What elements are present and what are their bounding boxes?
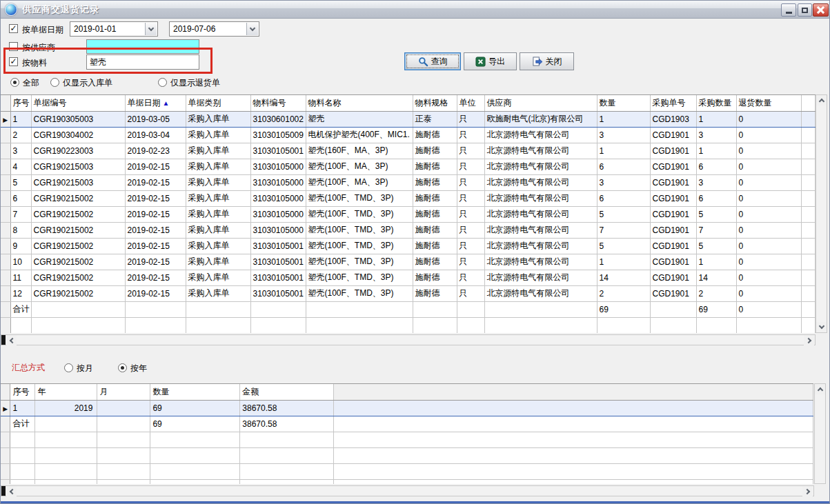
cell[interactable]: 1 xyxy=(10,400,35,416)
column-header-po-qty[interactable]: 采购数量 xyxy=(696,95,736,111)
cell[interactable]: 2019-02-23 xyxy=(125,143,186,159)
cell[interactable]: 1 xyxy=(597,254,650,270)
cell[interactable]: CGD1901 xyxy=(650,238,696,254)
column-header-doc-date[interactable]: 单据日期▲ xyxy=(125,95,186,111)
column-header-material-spec[interactable]: 物料规格 xyxy=(413,95,457,111)
cell[interactable]: 10 xyxy=(10,254,31,270)
cell[interactable]: 只 xyxy=(457,111,484,127)
cell[interactable]: 31030105000 xyxy=(250,159,306,174)
cell[interactable]: 采购入库单 xyxy=(186,285,250,301)
cell[interactable]: 0 xyxy=(736,159,801,174)
cell[interactable]: CGR190215002 xyxy=(31,238,125,254)
cell[interactable]: 2 xyxy=(696,285,736,301)
table-row[interactable]: ▶ 10CGR190215002 2019-02-15采购入库单 3103010… xyxy=(1,254,815,270)
cell[interactable]: 0 xyxy=(736,222,801,238)
table-row[interactable]: ▶ 7CGR190215002 2019-02-15采购入库单 31030105… xyxy=(1,206,815,222)
cell[interactable]: 采购入库单 xyxy=(186,174,250,190)
cell[interactable]: 6 xyxy=(696,190,736,206)
cell[interactable]: CGD1901 xyxy=(650,270,696,285)
column-header-year[interactable]: 年 xyxy=(35,384,97,400)
cell[interactable]: CGR190215002 xyxy=(31,206,125,222)
splitter-handle[interactable] xyxy=(1,486,6,496)
cell[interactable]: CGD1901 xyxy=(650,254,696,270)
cell[interactable]: 2 xyxy=(597,285,650,301)
radio-by-year[interactable] xyxy=(118,363,127,372)
cell[interactable]: 0 xyxy=(736,111,801,127)
cell[interactable]: 2019-02-15 xyxy=(125,254,186,270)
cell[interactable]: 6 xyxy=(597,190,650,206)
cell[interactable]: 北京源特电气有限公司 xyxy=(484,174,597,190)
cell[interactable]: 69 xyxy=(150,400,240,416)
date-from-combobox[interactable]: 2019-01-01 xyxy=(70,21,158,37)
cell[interactable]: 3 xyxy=(10,143,31,159)
cell[interactable]: 北京源特电气有限公司 xyxy=(484,143,597,159)
cell[interactable]: 1 xyxy=(597,111,650,127)
main-grid-vscrollbar[interactable] xyxy=(816,94,827,333)
dropdown-button[interactable] xyxy=(145,23,157,35)
cell[interactable]: 2019-02-15 xyxy=(125,174,186,190)
cell[interactable]: 北京源特电气有限公司 xyxy=(484,206,597,222)
cell[interactable]: 3 xyxy=(696,127,736,143)
cell[interactable]: 3 xyxy=(597,127,650,143)
cell[interactable]: 北京源特电气有限公司 xyxy=(484,270,597,285)
cell[interactable]: 只 xyxy=(457,206,484,222)
cell[interactable]: CGD1901 xyxy=(650,222,696,238)
cell[interactable]: 塑壳(100F、TMD、3P) xyxy=(306,270,413,285)
cell[interactable]: 2019 xyxy=(35,400,97,416)
cell[interactable]: 6 xyxy=(597,159,650,174)
cell[interactable]: CGR190215002 xyxy=(31,254,125,270)
cell[interactable]: 塑壳(100F、TMD、3P) xyxy=(306,190,413,206)
cell[interactable]: 施耐德 xyxy=(413,270,457,285)
cell[interactable]: 8 xyxy=(10,222,31,238)
material-input[interactable] xyxy=(86,54,199,70)
cell[interactable]: CGD1901 xyxy=(650,127,696,143)
cell[interactable]: 5 xyxy=(10,174,31,190)
cell[interactable]: 14 xyxy=(696,270,736,285)
title-bar[interactable]: 供应商交退货记录 xyxy=(1,1,830,19)
cell[interactable]: 塑壳(100F、TMD、3P) xyxy=(306,206,413,222)
table-row[interactable]: ▶ 12CGR190215002 2019-02-15采购入库单 3103010… xyxy=(1,285,815,301)
cell[interactable]: CGD1903 xyxy=(650,111,696,127)
supplier-filter-checkbox[interactable] xyxy=(9,42,18,51)
radio-inbound-only[interactable] xyxy=(50,78,59,87)
column-header-unit[interactable]: 单位 xyxy=(457,95,484,111)
cell[interactable]: 11 xyxy=(10,270,31,285)
cell[interactable]: 2019-03-04 xyxy=(125,127,186,143)
cell[interactable]: 只 xyxy=(457,222,484,238)
cell[interactable]: 0 xyxy=(736,143,801,159)
cell[interactable]: 31030105001 xyxy=(250,270,306,285)
radio-all[interactable] xyxy=(10,78,19,87)
column-header-month[interactable]: 月 xyxy=(97,384,150,400)
cell[interactable]: 31030105000 xyxy=(250,222,306,238)
scroll-right-button[interactable] xyxy=(802,486,813,496)
cell[interactable]: CGR190304002 xyxy=(31,127,125,143)
cell[interactable]: 采购入库单 xyxy=(186,238,250,254)
cell[interactable]: CGR190223003 xyxy=(31,143,125,159)
cell[interactable]: 38670.58 xyxy=(240,400,334,416)
date-filter-checkbox[interactable]: ✓ xyxy=(9,24,18,33)
table-row[interactable]: ▶ 12019 69 38670.58 xyxy=(1,400,813,416)
cell[interactable]: 2019-02-15 xyxy=(125,285,186,301)
column-header-supplier[interactable]: 供应商 xyxy=(484,95,597,111)
cell[interactable]: 6 xyxy=(696,159,736,174)
cell[interactable]: 0 xyxy=(736,254,801,270)
cell[interactable]: 塑壳(100F、MA、3P) xyxy=(306,159,413,174)
cell[interactable]: CGR190215003 xyxy=(31,174,125,190)
cell[interactable]: 只 xyxy=(457,174,484,190)
cell[interactable]: 采购入库单 xyxy=(186,254,250,270)
cell[interactable]: 31030105001 xyxy=(250,143,306,159)
cell[interactable]: 3 xyxy=(696,174,736,190)
cell[interactable]: 1 xyxy=(696,143,736,159)
table-row[interactable]: ▶ 9CGR190215002 2019-02-15采购入库单 31030105… xyxy=(1,238,815,254)
cell[interactable]: 塑壳(100F、TMD、3P) xyxy=(306,238,413,254)
scroll-up-button[interactable] xyxy=(815,384,825,394)
column-header-qty[interactable]: 数量 xyxy=(597,95,650,111)
table-row[interactable]: ▶ 1CGR190305003 2019-03-05采购入库单 31030601… xyxy=(1,111,815,127)
cell[interactable]: CGR190215003 xyxy=(31,159,125,174)
table-row[interactable]: ▶ 4CGR190215003 2019-02-15采购入库单 31030105… xyxy=(1,159,815,174)
cell[interactable]: 2019-02-15 xyxy=(125,238,186,254)
cell[interactable]: 北京源特电气有限公司 xyxy=(484,238,597,254)
column-header-material-no[interactable]: 物料编号 xyxy=(250,95,306,111)
cell[interactable]: 施耐德 xyxy=(413,254,457,270)
cell[interactable]: CGD1901 xyxy=(650,206,696,222)
